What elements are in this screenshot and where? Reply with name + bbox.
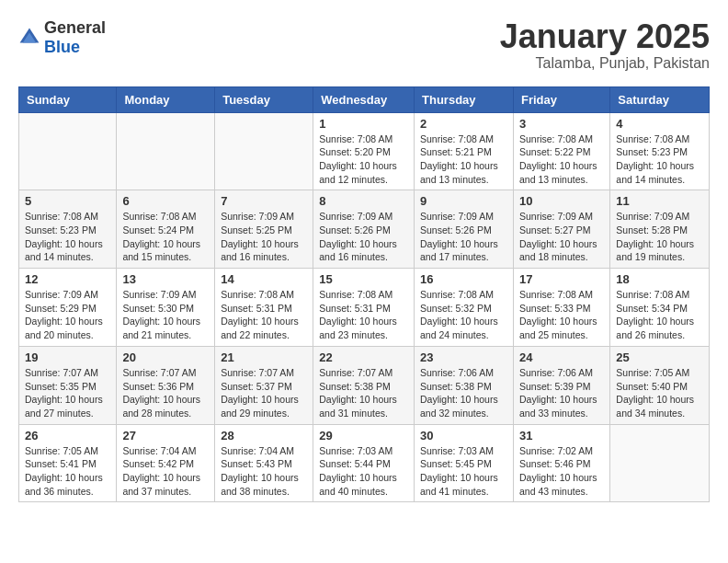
cell-date: 6 xyxy=(122,194,209,208)
cell-date: 1 xyxy=(319,117,408,131)
table-row xyxy=(610,424,710,502)
cell-info: Sunrise: 7:08 AMSunset: 5:32 PMDaylight:… xyxy=(420,288,507,342)
cell-info: Sunrise: 7:08 AMSunset: 5:22 PMDaylight:… xyxy=(519,132,604,187)
table-row: 2 Sunrise: 7:08 AMSunset: 5:21 PMDayligh… xyxy=(415,112,514,190)
calendar-week-row: 5 Sunrise: 7:08 AMSunset: 5:23 PMDayligh… xyxy=(19,190,710,269)
logo-text: General Blue xyxy=(44,18,106,57)
table-row: 25 Sunrise: 7:05 AMSunset: 5:40 PMDaylig… xyxy=(610,346,710,424)
cell-date: 26 xyxy=(25,429,110,442)
title-block: January 2025 Talamba, Punjab, Pakistan xyxy=(500,18,710,72)
cell-date: 22 xyxy=(319,350,408,364)
cell-date: 29 xyxy=(319,429,408,442)
calendar-week-row: 1 Sunrise: 7:08 AMSunset: 5:20 PMDayligh… xyxy=(19,112,710,190)
cell-info: Sunrise: 7:08 AMSunset: 5:34 PMDaylight:… xyxy=(616,288,703,342)
cell-info: Sunrise: 7:07 AMSunset: 5:38 PMDaylight:… xyxy=(319,366,408,420)
cell-info: Sunrise: 7:09 AMSunset: 5:25 PMDaylight:… xyxy=(221,210,307,264)
cell-date: 18 xyxy=(616,272,703,286)
calendar-week-row: 19 Sunrise: 7:07 AMSunset: 5:35 PMDaylig… xyxy=(19,346,710,424)
cell-info: Sunrise: 7:02 AMSunset: 5:46 PMDaylight:… xyxy=(519,444,604,499)
table-row: 4 Sunrise: 7:08 AMSunset: 5:23 PMDayligh… xyxy=(610,112,710,190)
table-row: 12 Sunrise: 7:09 AMSunset: 5:29 PMDaylig… xyxy=(19,269,117,347)
calendar: Sunday Monday Tuesday Wednesday Thursday… xyxy=(18,86,710,503)
calendar-header-row: Sunday Monday Tuesday Wednesday Thursday… xyxy=(19,86,710,112)
cell-date: 27 xyxy=(122,429,209,442)
table-row: 31 Sunrise: 7:02 AMSunset: 5:46 PMDaylig… xyxy=(513,424,609,502)
cell-info: Sunrise: 7:05 AMSunset: 5:40 PMDaylight:… xyxy=(616,366,703,420)
cell-date: 8 xyxy=(319,194,408,208)
cell-date: 14 xyxy=(221,272,307,286)
table-row: 28 Sunrise: 7:04 AMSunset: 5:43 PMDaylig… xyxy=(215,424,313,502)
cell-info: Sunrise: 7:07 AMSunset: 5:37 PMDaylight:… xyxy=(221,366,307,420)
cell-date: 2 xyxy=(420,117,507,131)
cell-date: 19 xyxy=(25,350,110,364)
table-row: 30 Sunrise: 7:03 AMSunset: 5:45 PMDaylig… xyxy=(415,424,514,502)
table-row: 17 Sunrise: 7:08 AMSunset: 5:33 PMDaylig… xyxy=(513,269,609,347)
cell-date: 5 xyxy=(25,194,110,208)
col-friday: Friday xyxy=(513,86,609,112)
cell-info: Sunrise: 7:04 AMSunset: 5:42 PMDaylight:… xyxy=(122,444,209,499)
table-row: 10 Sunrise: 7:09 AMSunset: 5:27 PMDaylig… xyxy=(513,190,609,269)
table-row: 19 Sunrise: 7:07 AMSunset: 5:35 PMDaylig… xyxy=(19,346,117,424)
table-row: 11 Sunrise: 7:09 AMSunset: 5:28 PMDaylig… xyxy=(610,190,710,269)
cell-info: Sunrise: 7:05 AMSunset: 5:41 PMDaylight:… xyxy=(25,444,110,499)
table-row: 26 Sunrise: 7:05 AMSunset: 5:41 PMDaylig… xyxy=(19,424,117,502)
cell-date: 7 xyxy=(221,194,307,208)
cell-date: 20 xyxy=(122,350,209,364)
calendar-week-row: 26 Sunrise: 7:05 AMSunset: 5:41 PMDaylig… xyxy=(19,424,710,502)
cell-info: Sunrise: 7:09 AMSunset: 5:27 PMDaylight:… xyxy=(519,210,604,264)
table-row: 1 Sunrise: 7:08 AMSunset: 5:20 PMDayligh… xyxy=(313,112,415,190)
col-saturday: Saturday xyxy=(610,86,710,112)
cell-info: Sunrise: 7:07 AMSunset: 5:36 PMDaylight:… xyxy=(122,366,209,420)
col-wednesday: Wednesday xyxy=(313,86,415,112)
cell-date: 10 xyxy=(519,194,604,208)
cell-info: Sunrise: 7:03 AMSunset: 5:44 PMDaylight:… xyxy=(319,444,408,499)
cell-info: Sunrise: 7:08 AMSunset: 5:23 PMDaylight:… xyxy=(616,132,703,187)
logo: General Blue xyxy=(18,18,106,57)
cell-date: 24 xyxy=(519,350,604,364)
cell-date: 15 xyxy=(319,272,408,286)
logo-icon xyxy=(18,27,40,49)
table-row: 15 Sunrise: 7:08 AMSunset: 5:31 PMDaylig… xyxy=(313,269,415,347)
cell-info: Sunrise: 7:07 AMSunset: 5:35 PMDaylight:… xyxy=(25,366,110,420)
cell-date: 31 xyxy=(519,429,604,442)
table-row: 7 Sunrise: 7:09 AMSunset: 5:25 PMDayligh… xyxy=(215,190,313,269)
month-title: January 2025 xyxy=(500,18,710,55)
cell-info: Sunrise: 7:04 AMSunset: 5:43 PMDaylight:… xyxy=(221,444,307,499)
table-row: 23 Sunrise: 7:06 AMSunset: 5:38 PMDaylig… xyxy=(415,346,514,424)
table-row: 27 Sunrise: 7:04 AMSunset: 5:42 PMDaylig… xyxy=(117,424,215,502)
table-row: 13 Sunrise: 7:09 AMSunset: 5:30 PMDaylig… xyxy=(117,269,215,347)
page-header: General Blue January 2025 Talamba, Punja… xyxy=(18,18,710,72)
cell-date: 30 xyxy=(420,429,507,442)
cell-info: Sunrise: 7:09 AMSunset: 5:30 PMDaylight:… xyxy=(122,288,209,342)
table-row: 9 Sunrise: 7:09 AMSunset: 5:26 PMDayligh… xyxy=(415,190,514,269)
cell-date: 21 xyxy=(221,350,307,364)
cell-date: 28 xyxy=(221,429,307,442)
table-row xyxy=(19,112,117,190)
cell-info: Sunrise: 7:09 AMSunset: 5:28 PMDaylight:… xyxy=(616,210,703,264)
cell-date: 25 xyxy=(616,350,703,364)
cell-date: 11 xyxy=(616,194,703,208)
table-row: 29 Sunrise: 7:03 AMSunset: 5:44 PMDaylig… xyxy=(313,424,415,502)
table-row: 22 Sunrise: 7:07 AMSunset: 5:38 PMDaylig… xyxy=(313,346,415,424)
cell-info: Sunrise: 7:03 AMSunset: 5:45 PMDaylight:… xyxy=(420,444,507,499)
table-row: 20 Sunrise: 7:07 AMSunset: 5:36 PMDaylig… xyxy=(117,346,215,424)
col-monday: Monday xyxy=(117,86,215,112)
cell-info: Sunrise: 7:09 AMSunset: 5:29 PMDaylight:… xyxy=(25,288,110,342)
cell-info: Sunrise: 7:09 AMSunset: 5:26 PMDaylight:… xyxy=(319,210,408,264)
cell-info: Sunrise: 7:08 AMSunset: 5:23 PMDaylight:… xyxy=(25,210,110,264)
logo-blue: Blue xyxy=(44,38,106,57)
cell-info: Sunrise: 7:08 AMSunset: 5:24 PMDaylight:… xyxy=(122,210,209,264)
table-row: 6 Sunrise: 7:08 AMSunset: 5:24 PMDayligh… xyxy=(117,190,215,269)
location: Talamba, Punjab, Pakistan xyxy=(500,55,710,72)
calendar-week-row: 12 Sunrise: 7:09 AMSunset: 5:29 PMDaylig… xyxy=(19,269,710,347)
col-thursday: Thursday xyxy=(415,86,514,112)
cell-date: 23 xyxy=(420,350,507,364)
cell-info: Sunrise: 7:08 AMSunset: 5:31 PMDaylight:… xyxy=(221,288,307,342)
col-sunday: Sunday xyxy=(19,86,117,112)
cell-date: 12 xyxy=(25,272,110,286)
table-row xyxy=(117,112,215,190)
table-row: 8 Sunrise: 7:09 AMSunset: 5:26 PMDayligh… xyxy=(313,190,415,269)
cell-date: 17 xyxy=(519,272,604,286)
table-row: 18 Sunrise: 7:08 AMSunset: 5:34 PMDaylig… xyxy=(610,269,710,347)
cell-date: 16 xyxy=(420,272,507,286)
